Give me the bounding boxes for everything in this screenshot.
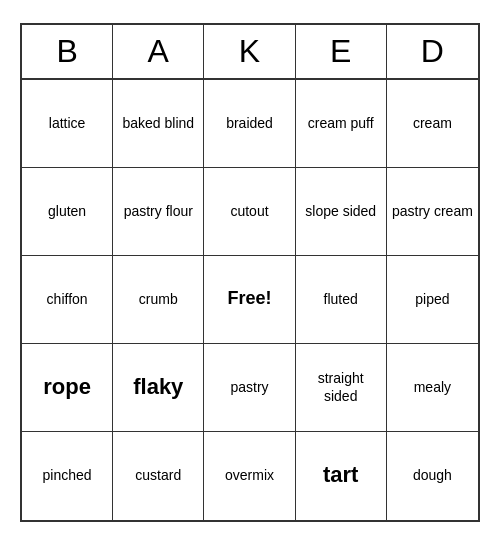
- bingo-cell-19: mealy: [387, 344, 478, 432]
- bingo-cell-3: cream puff: [296, 80, 387, 168]
- bingo-cell-8: slope sided: [296, 168, 387, 256]
- bingo-cell-9: pastry cream: [387, 168, 478, 256]
- bingo-cell-7: cutout: [204, 168, 295, 256]
- bingo-cell-17: pastry: [204, 344, 295, 432]
- bingo-cell-22: overmix: [204, 432, 295, 520]
- bingo-card: BAKED latticebaked blindbraidedcream puf…: [20, 23, 480, 522]
- bingo-grid: latticebaked blindbraidedcream puffcream…: [22, 80, 478, 520]
- bingo-cell-1: baked blind: [113, 80, 204, 168]
- bingo-cell-16: flaky: [113, 344, 204, 432]
- bingo-cell-18: straight sided: [296, 344, 387, 432]
- bingo-cell-12: Free!: [204, 256, 295, 344]
- bingo-cell-20: pinched: [22, 432, 113, 520]
- header-letter-d: D: [387, 25, 478, 78]
- bingo-cell-11: crumb: [113, 256, 204, 344]
- bingo-cell-24: dough: [387, 432, 478, 520]
- bingo-cell-0: lattice: [22, 80, 113, 168]
- bingo-cell-21: custard: [113, 432, 204, 520]
- bingo-cell-10: chiffon: [22, 256, 113, 344]
- header-letter-a: A: [113, 25, 204, 78]
- header-letter-k: K: [204, 25, 295, 78]
- header-letter-b: B: [22, 25, 113, 78]
- bingo-cell-6: pastry flour: [113, 168, 204, 256]
- bingo-cell-14: piped: [387, 256, 478, 344]
- header-row: BAKED: [22, 25, 478, 80]
- bingo-cell-5: gluten: [22, 168, 113, 256]
- bingo-cell-13: fluted: [296, 256, 387, 344]
- bingo-cell-15: rope: [22, 344, 113, 432]
- bingo-cell-23: tart: [296, 432, 387, 520]
- bingo-cell-4: cream: [387, 80, 478, 168]
- header-letter-e: E: [296, 25, 387, 78]
- bingo-cell-2: braided: [204, 80, 295, 168]
